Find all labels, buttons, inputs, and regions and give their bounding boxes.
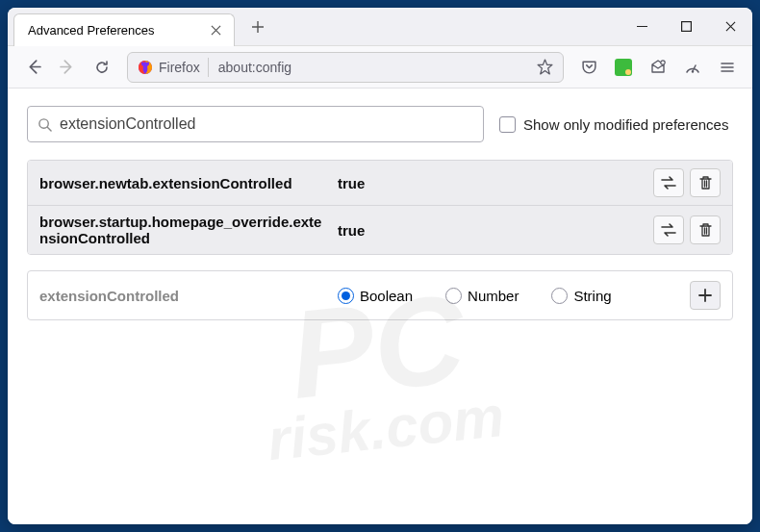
plus-icon bbox=[698, 289, 712, 302]
toggle-button[interactable] bbox=[653, 215, 684, 244]
radio-icon bbox=[338, 288, 354, 304]
firefox-logo-icon bbox=[138, 60, 153, 75]
maximize-button[interactable] bbox=[664, 8, 708, 46]
pref-value: true bbox=[338, 175, 653, 191]
extension-badge-icon bbox=[615, 59, 632, 76]
pref-actions bbox=[653, 168, 721, 197]
plus-icon bbox=[251, 20, 265, 34]
protections-button[interactable] bbox=[677, 52, 708, 83]
app-menu-button[interactable] bbox=[712, 52, 743, 83]
pocket-icon bbox=[581, 59, 597, 75]
url-text: about:config bbox=[209, 60, 533, 75]
pref-row[interactable]: browser.startup.homepage_override.extens… bbox=[28, 206, 732, 254]
window-controls bbox=[620, 8, 752, 46]
radio-label: Number bbox=[468, 288, 519, 304]
pref-row[interactable]: browser.newtab.extensionControlled true bbox=[28, 161, 732, 206]
checkbox-label: Show only modified preferences bbox=[523, 116, 728, 133]
reload-button[interactable] bbox=[87, 52, 117, 83]
account-button[interactable] bbox=[643, 52, 673, 83]
search-box[interactable] bbox=[27, 106, 484, 142]
url-bar[interactable]: Firefox about:config bbox=[127, 52, 564, 83]
search-row: Show only modified preferences bbox=[27, 106, 733, 142]
minimize-icon bbox=[637, 21, 647, 32]
back-button[interactable] bbox=[17, 52, 48, 83]
arrow-right-icon bbox=[60, 59, 76, 75]
svg-rect-0 bbox=[681, 22, 691, 32]
radio-icon bbox=[445, 288, 462, 304]
checkbox-icon bbox=[499, 116, 516, 133]
search-input[interactable] bbox=[60, 115, 473, 133]
pref-value: true bbox=[338, 222, 653, 239]
forward-button[interactable] bbox=[52, 52, 83, 83]
radio-string[interactable]: String bbox=[551, 288, 611, 304]
delete-button[interactable] bbox=[690, 168, 721, 197]
close-icon bbox=[211, 25, 221, 36]
pref-actions bbox=[653, 215, 721, 244]
identity-label: Firefox bbox=[159, 60, 200, 75]
bookmark-button[interactable] bbox=[533, 55, 557, 79]
type-radios: Boolean Number String bbox=[338, 288, 690, 304]
toggle-icon bbox=[660, 176, 677, 190]
account-icon bbox=[649, 59, 667, 76]
radio-label: String bbox=[573, 288, 611, 304]
radio-number[interactable]: Number bbox=[445, 288, 519, 304]
extension-button[interactable] bbox=[608, 52, 639, 83]
add-preference-row: extensionControlled Boolean Number Strin… bbox=[27, 270, 733, 320]
about-config-content: Show only modified preferences browser.n… bbox=[8, 89, 752, 524]
star-icon bbox=[537, 59, 553, 75]
identity-box[interactable]: Firefox bbox=[134, 58, 209, 77]
arrow-left-icon bbox=[25, 59, 41, 75]
svg-point-3 bbox=[692, 70, 694, 72]
add-row: extensionControlled Boolean Number Strin… bbox=[28, 271, 732, 319]
maximize-icon bbox=[681, 21, 692, 32]
show-modified-checkbox[interactable]: Show only modified preferences bbox=[499, 116, 728, 133]
trash-icon bbox=[698, 175, 713, 190]
browser-window: Advanced Preferences bbox=[8, 8, 752, 524]
toggle-button[interactable] bbox=[653, 168, 684, 197]
delete-button[interactable] bbox=[690, 215, 721, 244]
add-button[interactable] bbox=[690, 281, 721, 310]
radio-label: Boolean bbox=[360, 288, 413, 304]
radio-boolean[interactable]: Boolean bbox=[338, 288, 413, 304]
reload-icon bbox=[94, 60, 110, 75]
radio-icon bbox=[551, 288, 568, 304]
close-icon bbox=[725, 21, 736, 32]
titlebar: Advanced Preferences bbox=[8, 8, 752, 46]
pref-name: browser.startup.homepage_override.extens… bbox=[39, 214, 338, 246]
preferences-table: browser.newtab.extensionControlled true … bbox=[27, 160, 733, 255]
svg-point-2 bbox=[661, 60, 665, 63]
pref-name: browser.newtab.extensionControlled bbox=[39, 175, 338, 191]
add-pref-name: extensionControlled bbox=[39, 288, 338, 304]
navigation-toolbar: Firefox about:config bbox=[8, 46, 752, 89]
trash-icon bbox=[698, 222, 713, 238]
window-close-button[interactable] bbox=[708, 8, 752, 46]
watermark-sub: risk.com bbox=[266, 390, 507, 467]
tab-title: Advanced Preferences bbox=[28, 23, 155, 38]
minimize-button[interactable] bbox=[620, 8, 664, 46]
search-icon bbox=[38, 117, 52, 132]
new-tab-button[interactable] bbox=[244, 13, 271, 40]
tab-close-button[interactable] bbox=[207, 21, 224, 38]
pocket-button[interactable] bbox=[573, 52, 604, 83]
hamburger-icon bbox=[720, 60, 735, 75]
dashboard-icon bbox=[684, 59, 701, 76]
browser-tab[interactable]: Advanced Preferences bbox=[13, 13, 235, 46]
toggle-icon bbox=[660, 223, 677, 237]
